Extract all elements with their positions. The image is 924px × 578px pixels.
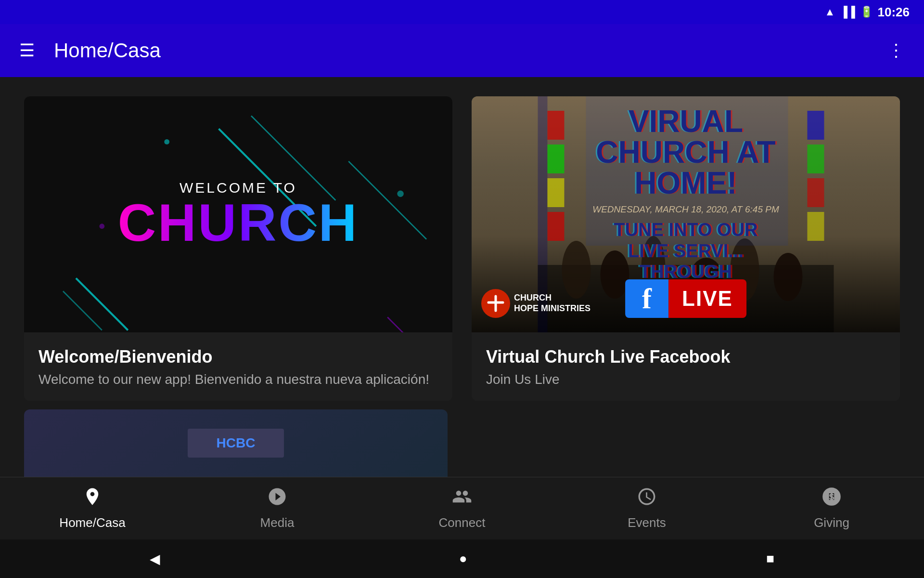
connect-nav-icon [452,486,472,512]
battery-icon: 🔋 [860,6,873,18]
system-navigation-bar: ◀ ● ■ [0,539,924,578]
welcome-thumbnail: WELCOME TO CHURCH [24,96,452,332]
recent-apps-button[interactable]: ■ [766,551,774,566]
app-bar-left: ☰ Home/Casa [19,39,161,62]
nav-item-media[interactable]: Media [241,486,313,530]
media-nav-icon [267,486,287,512]
wifi-icon: ▲ [825,6,835,18]
live-label: LIVE [682,287,733,311]
svg-text:$: $ [829,492,834,502]
welcome-card[interactable]: WELCOME TO CHURCH Welcome/Bienvenido Wel… [24,96,452,401]
home-nav-label: Home/Casa [59,515,125,530]
virtual-title-line1: VIRUAL [472,106,900,137]
home-nav-icon [82,486,103,512]
welcome-card-subtitle: Welcome to our new app! Bienvenido a nue… [38,372,438,387]
status-bar: ▲ ▐▐ 🔋 10:26 [0,0,924,24]
svg-point-10 [99,223,104,229]
virtual-card-info: Virtual Church Live Facebook Join Us Liv… [472,332,900,401]
status-time: 10:26 [878,5,910,20]
church-main-text: CHURCH [118,196,359,249]
app-title: Home/Casa [54,39,161,62]
virtual-card-title: Virtual Church Live Facebook [486,347,886,367]
status-icons: ▲ ▐▐ 🔋 10:26 [825,5,910,20]
third-card-logo-text: HCBC [217,435,256,451]
svg-line-7 [387,317,433,332]
facebook-icon-box: f [625,279,668,318]
svg-point-9 [397,191,403,197]
virtual-thumbnail: VIRUAL CHURCH AT HOME! WEDNESDAY, MARCH … [472,96,900,332]
hamburger-menu-icon[interactable]: ☰ [19,40,35,61]
content-grid: WELCOME TO CHURCH Welcome/Bienvenido Wel… [0,77,924,401]
giving-nav-icon: $ [821,486,842,512]
tune-in-text: TUNE INTO OURLIVE SERVI...THROUGH [472,220,900,283]
svg-line-2 [76,278,128,330]
bottom-navigation: Home/Casa Media Connect Events [0,477,924,539]
church-logo-icon [481,289,510,318]
welcome-card-title: Welcome/Bienvenido [38,347,438,367]
third-card-image: HCBC [24,409,448,477]
virtual-title-line3: HOME! [472,168,900,198]
giving-nav-label: Giving [814,515,849,530]
svg-point-8 [164,139,169,144]
live-box: LIVE [668,279,746,318]
app-bar: ☰ Home/Casa ⋮ [0,24,924,77]
nav-item-events[interactable]: Events [611,486,683,530]
more-options-icon[interactable]: ⋮ [887,40,905,61]
media-nav-label: Media [260,515,295,530]
virtual-overlay-text: VIRUAL CHURCH AT HOME! WEDNESDAY, MARCH … [472,106,900,283]
virtual-title-line2: CHURCH AT [472,137,900,168]
church-logo-name: CHURCHHOPE MINISTRIES [514,293,590,314]
svg-line-4 [348,161,426,239]
events-nav-label: Events [628,515,666,530]
welcome-text-block: WELCOME TO CHURCH [118,180,359,249]
church-cross-icon [486,294,505,313]
facebook-live-badge: f LIVE [625,279,746,318]
nav-item-home[interactable]: Home/Casa [56,486,128,530]
virtual-date-text: WEDNESDAY, MARCH 18, 2020, AT 6:45 PM [472,204,900,215]
connect-nav-label: Connect [439,515,486,530]
virtual-card-subtitle: Join Us Live [486,372,886,387]
signal-icon: ▐▐ [840,6,855,18]
home-button[interactable]: ● [459,551,467,566]
nav-item-giving[interactable]: $ Giving [796,486,868,530]
third-card-partial[interactable]: HCBC [24,409,448,477]
virtual-church-card[interactable]: VIRUAL CHURCH AT HOME! WEDNESDAY, MARCH … [472,96,900,401]
back-button[interactable]: ◀ [150,551,160,567]
events-nav-icon [637,486,657,512]
church-hope-logo: CHURCHHOPE MINISTRIES [481,289,590,318]
facebook-f-letter: f [642,282,652,315]
nav-item-connect[interactable]: Connect [426,486,498,530]
welcome-card-info: Welcome/Bienvenido Welcome to our new ap… [24,332,452,401]
